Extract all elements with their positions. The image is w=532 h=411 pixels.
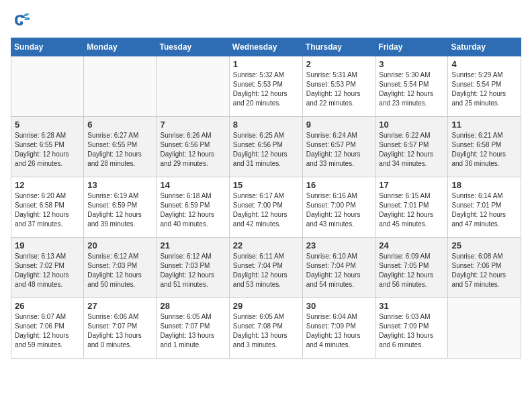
weekday-header-friday: Friday — [375, 38, 448, 56]
cell-day-number: 12 — [15, 180, 80, 190]
calendar-cell: 10Sunrise: 6:22 AM Sunset: 6:57 PM Dayli… — [375, 117, 448, 177]
calendar-cell — [157, 56, 229, 117]
cell-day-number: 11 — [451, 120, 517, 130]
calendar-cell: 29Sunrise: 6:05 AM Sunset: 7:08 PM Dayli… — [229, 298, 302, 359]
cell-detail-text: Sunrise: 6:06 AM Sunset: 7:07 PM Dayligh… — [87, 312, 152, 350]
cell-day-number: 21 — [161, 240, 226, 250]
cell-detail-text: Sunrise: 5:30 AM Sunset: 5:54 PM Dayligh… — [379, 71, 444, 108]
cell-detail-text: Sunrise: 6:07 AM Sunset: 7:06 PM Dayligh… — [15, 312, 80, 350]
calendar-cell: 21Sunrise: 6:12 AM Sunset: 7:03 PM Dayli… — [157, 238, 229, 298]
weekday-header-row: SundayMondayTuesdayWednesdayThursdayFrid… — [11, 38, 521, 56]
cell-day-number: 20 — [87, 240, 152, 250]
cell-detail-text: Sunrise: 6:12 AM Sunset: 7:03 PM Dayligh… — [87, 252, 152, 289]
cell-day-number: 1 — [233, 59, 299, 69]
calendar-body: 1Sunrise: 5:32 AM Sunset: 5:53 PM Daylig… — [11, 56, 521, 359]
cell-detail-text: Sunrise: 6:11 AM Sunset: 7:04 PM Dayligh… — [233, 252, 299, 289]
cell-day-number: 18 — [451, 180, 517, 190]
cell-detail-text: Sunrise: 6:05 AM Sunset: 7:07 PM Dayligh… — [161, 312, 226, 350]
calendar-cell: 2Sunrise: 5:31 AM Sunset: 5:53 PM Daylig… — [302, 56, 375, 117]
cell-day-number: 30 — [306, 301, 372, 311]
cell-day-number: 7 — [161, 120, 226, 130]
cell-day-number: 16 — [306, 180, 372, 190]
cell-detail-text: Sunrise: 6:10 AM Sunset: 7:04 PM Dayligh… — [306, 252, 372, 289]
calendar-cell: 19Sunrise: 6:13 AM Sunset: 7:02 PM Dayli… — [11, 238, 84, 298]
calendar-table: SundayMondayTuesdayWednesdayThursdayFrid… — [11, 38, 521, 359]
cell-detail-text: Sunrise: 6:21 AM Sunset: 6:58 PM Dayligh… — [451, 131, 517, 169]
cell-day-number: 19 — [15, 240, 80, 250]
weekday-header-monday: Monday — [84, 38, 157, 56]
cell-detail-text: Sunrise: 6:25 AM Sunset: 6:56 PM Dayligh… — [233, 131, 299, 169]
calendar-cell: 15Sunrise: 6:17 AM Sunset: 7:00 PM Dayli… — [229, 177, 302, 238]
cell-detail-text: Sunrise: 6:18 AM Sunset: 6:59 PM Dayligh… — [161, 191, 226, 229]
calendar-week-row: 26Sunrise: 6:07 AM Sunset: 7:06 PM Dayli… — [11, 298, 521, 359]
calendar-cell: 18Sunrise: 6:14 AM Sunset: 7:01 PM Dayli… — [448, 177, 521, 238]
calendar-cell — [448, 298, 521, 359]
calendar-cell — [11, 56, 84, 117]
cell-detail-text: Sunrise: 6:08 AM Sunset: 7:06 PM Dayligh… — [451, 252, 517, 289]
calendar-cell: 13Sunrise: 6:19 AM Sunset: 6:59 PM Dayli… — [84, 177, 157, 238]
calendar-cell: 12Sunrise: 6:20 AM Sunset: 6:58 PM Dayli… — [11, 177, 84, 238]
calendar-cell: 6Sunrise: 6:27 AM Sunset: 6:55 PM Daylig… — [84, 117, 157, 177]
calendar-cell: 14Sunrise: 6:18 AM Sunset: 6:59 PM Dayli… — [157, 177, 229, 238]
calendar-cell: 27Sunrise: 6:06 AM Sunset: 7:07 PM Dayli… — [84, 298, 157, 359]
cell-day-number: 2 — [306, 59, 372, 69]
calendar-cell: 5Sunrise: 6:28 AM Sunset: 6:55 PM Daylig… — [11, 117, 84, 177]
logo-icon — [11, 11, 30, 30]
calendar-cell: 25Sunrise: 6:08 AM Sunset: 7:06 PM Dayli… — [448, 238, 521, 298]
calendar-cell: 1Sunrise: 5:32 AM Sunset: 5:53 PM Daylig… — [229, 56, 302, 117]
calendar-cell: 30Sunrise: 6:04 AM Sunset: 7:09 PM Dayli… — [302, 298, 375, 359]
page-header — [11, 11, 521, 30]
calendar-cell: 8Sunrise: 6:25 AM Sunset: 6:56 PM Daylig… — [229, 117, 302, 177]
cell-detail-text: Sunrise: 6:17 AM Sunset: 7:00 PM Dayligh… — [233, 191, 299, 229]
cell-day-number: 25 — [451, 240, 517, 250]
cell-day-number: 10 — [379, 120, 444, 130]
cell-detail-text: Sunrise: 6:12 AM Sunset: 7:03 PM Dayligh… — [161, 252, 226, 289]
calendar-week-row: 12Sunrise: 6:20 AM Sunset: 6:58 PM Dayli… — [11, 177, 521, 238]
calendar-cell: 26Sunrise: 6:07 AM Sunset: 7:06 PM Dayli… — [11, 298, 84, 359]
weekday-header-thursday: Thursday — [302, 38, 375, 56]
cell-day-number: 8 — [233, 120, 299, 130]
calendar-cell: 24Sunrise: 6:09 AM Sunset: 7:05 PM Dayli… — [375, 238, 448, 298]
cell-day-number: 15 — [233, 180, 299, 190]
calendar-cell: 11Sunrise: 6:21 AM Sunset: 6:58 PM Dayli… — [448, 117, 521, 177]
calendar-cell: 23Sunrise: 6:10 AM Sunset: 7:04 PM Dayli… — [302, 238, 375, 298]
cell-day-number: 31 — [379, 301, 444, 311]
calendar-cell: 28Sunrise: 6:05 AM Sunset: 7:07 PM Dayli… — [157, 298, 229, 359]
cell-detail-text: Sunrise: 6:20 AM Sunset: 6:58 PM Dayligh… — [15, 191, 80, 229]
cell-day-number: 28 — [161, 301, 226, 311]
cell-detail-text: Sunrise: 6:28 AM Sunset: 6:55 PM Dayligh… — [15, 131, 80, 169]
calendar-cell: 22Sunrise: 6:11 AM Sunset: 7:04 PM Dayli… — [229, 238, 302, 298]
weekday-header-saturday: Saturday — [448, 38, 521, 56]
calendar-header: SundayMondayTuesdayWednesdayThursdayFrid… — [11, 38, 521, 56]
calendar-cell: 20Sunrise: 6:12 AM Sunset: 7:03 PM Dayli… — [84, 238, 157, 298]
weekday-header-tuesday: Tuesday — [157, 38, 229, 56]
cell-day-number: 22 — [233, 240, 299, 250]
cell-detail-text: Sunrise: 6:19 AM Sunset: 6:59 PM Dayligh… — [87, 191, 152, 229]
calendar-week-row: 1Sunrise: 5:32 AM Sunset: 5:53 PM Daylig… — [11, 56, 521, 117]
weekday-header-wednesday: Wednesday — [229, 38, 302, 56]
cell-day-number: 3 — [379, 59, 444, 69]
calendar-week-row: 19Sunrise: 6:13 AM Sunset: 7:02 PM Dayli… — [11, 238, 521, 298]
calendar-cell: 9Sunrise: 6:24 AM Sunset: 6:57 PM Daylig… — [302, 117, 375, 177]
calendar-cell: 31Sunrise: 6:03 AM Sunset: 7:09 PM Dayli… — [375, 298, 448, 359]
cell-day-number: 5 — [15, 120, 80, 130]
cell-day-number: 4 — [451, 59, 517, 69]
calendar-week-row: 5Sunrise: 6:28 AM Sunset: 6:55 PM Daylig… — [11, 117, 521, 177]
cell-day-number: 17 — [379, 180, 444, 190]
cell-detail-text: Sunrise: 6:04 AM Sunset: 7:09 PM Dayligh… — [306, 312, 372, 350]
cell-detail-text: Sunrise: 6:15 AM Sunset: 7:01 PM Dayligh… — [379, 191, 444, 229]
cell-detail-text: Sunrise: 6:14 AM Sunset: 7:01 PM Dayligh… — [451, 191, 517, 229]
cell-detail-text: Sunrise: 5:31 AM Sunset: 5:53 PM Dayligh… — [306, 71, 372, 108]
cell-detail-text: Sunrise: 6:13 AM Sunset: 7:02 PM Dayligh… — [15, 252, 80, 289]
cell-detail-text: Sunrise: 6:26 AM Sunset: 6:56 PM Dayligh… — [161, 131, 226, 169]
calendar-cell: 7Sunrise: 6:26 AM Sunset: 6:56 PM Daylig… — [157, 117, 229, 177]
cell-day-number: 27 — [87, 301, 152, 311]
cell-day-number: 6 — [87, 120, 152, 130]
cell-detail-text: Sunrise: 6:09 AM Sunset: 7:05 PM Dayligh… — [379, 252, 444, 289]
cell-detail-text: Sunrise: 6:05 AM Sunset: 7:08 PM Dayligh… — [233, 312, 299, 350]
cell-day-number: 14 — [161, 180, 226, 190]
cell-detail-text: Sunrise: 6:22 AM Sunset: 6:57 PM Dayligh… — [379, 131, 444, 169]
weekday-header-sunday: Sunday — [11, 38, 84, 56]
cell-detail-text: Sunrise: 5:32 AM Sunset: 5:53 PM Dayligh… — [233, 71, 299, 108]
calendar-cell: 16Sunrise: 6:16 AM Sunset: 7:00 PM Dayli… — [302, 177, 375, 238]
